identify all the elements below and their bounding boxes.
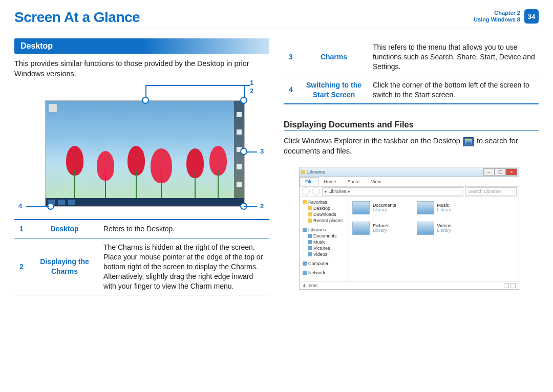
tab-home[interactable]: Home — [318, 177, 342, 186]
table-row: 4 Switching to the Start Screen Click th… — [284, 76, 539, 104]
chapter-line1: Chapter 2 — [474, 10, 520, 16]
side-desktop[interactable]: Desktop — [302, 205, 346, 211]
close-button[interactable]: × — [506, 168, 517, 176]
status-bar: 4 items — [300, 281, 519, 289]
callout-1-label: 1 — [250, 79, 253, 86]
def-num: 1 — [14, 220, 29, 238]
settings-charm-icon — [237, 182, 242, 187]
def-num: 3 — [284, 38, 298, 76]
taskbar — [46, 198, 244, 206]
chapter-line2: Using Windows 8 — [474, 16, 520, 23]
search-input[interactable]: Search Libraries — [465, 187, 517, 195]
side-network[interactable]: Network — [302, 270, 346, 276]
folder-icon — [308, 219, 312, 223]
side-pictures[interactable]: Pictures — [302, 245, 346, 251]
library-videos[interactable]: VideosLibrary — [417, 222, 452, 235]
network-icon — [303, 271, 307, 275]
explorer-titlebar: Libraries – ▢ × — [300, 167, 519, 177]
documents-icon — [352, 201, 370, 214]
callout-3-label: 3 — [260, 147, 264, 155]
share-charm-icon — [237, 129, 242, 135]
search-charm-icon — [237, 112, 242, 117]
pictures-icon — [352, 222, 370, 235]
table-row: 1 Desktop Refers to the Desktop. — [14, 220, 269, 238]
library-music[interactable]: MusicLibrary — [417, 201, 452, 214]
callout-4-label: 4 — [18, 202, 22, 210]
library-icon — [308, 246, 312, 250]
maximize-button[interactable]: ▢ — [495, 168, 506, 176]
files-heading: Displaying Documents and Files — [284, 120, 539, 129]
files-text: Click Windows Explorer in the taskbar on… — [284, 136, 539, 156]
nav-pane: Favorites Desktop Downloads Recent place… — [300, 197, 348, 281]
tab-file[interactable]: File — [300, 177, 318, 186]
folder-icon — [308, 212, 312, 216]
def-desc: This refers to the menu that allows you … — [370, 38, 539, 76]
folder-icon — [308, 206, 312, 210]
explorer-title: Libraries — [307, 169, 325, 175]
side-recent[interactable]: Recent places — [302, 217, 346, 224]
taskbar-icon — [68, 200, 75, 205]
view-large-icon[interactable] — [511, 283, 516, 288]
star-icon — [303, 200, 307, 204]
library-icon — [308, 240, 312, 244]
subheading-rule — [284, 130, 539, 131]
callout-2b-label: 2 — [260, 202, 264, 210]
computer-icon — [303, 262, 307, 266]
ribbon: File Home Share View — [300, 177, 519, 187]
recycle-bin-icon — [49, 104, 57, 112]
view-details-icon[interactable] — [504, 283, 509, 288]
def-label: Switching to the Start Screen — [298, 76, 370, 104]
files-text-before: Click Windows Explorer in the taskbar on… — [284, 137, 462, 145]
desktop-screenshot-wrap: 1 2 3 2 4 — [45, 100, 265, 207]
desktop-intro: This provides similar functions to those… — [14, 59, 269, 79]
def-desc: Refers to the Desktop. — [100, 220, 269, 238]
music-icon — [417, 201, 434, 214]
side-favorites[interactable]: Favorites — [302, 199, 346, 205]
side-libraries[interactable]: Libraries — [302, 227, 346, 233]
back-button[interactable] — [302, 187, 310, 195]
tab-view[interactable]: View — [366, 177, 387, 186]
table-row: 3 Charms This refers to the menu that al… — [284, 38, 539, 76]
page-number-badge: 34 — [524, 9, 539, 24]
table-row: 2 Displaying the Charms The Charms is hi… — [14, 238, 269, 295]
callout-2a-label: 2 — [250, 87, 253, 95]
definitions-table-right: 3 Charms This refers to the menu that al… — [284, 38, 539, 104]
side-computer[interactable]: Computer — [302, 260, 346, 267]
side-videos[interactable]: Videos — [302, 251, 346, 257]
library-icon — [308, 252, 312, 256]
status-text: 4 items — [303, 283, 317, 288]
def-num: 4 — [284, 76, 298, 104]
explorer-screenshot: Libraries – ▢ × File Home Share View — [299, 167, 519, 290]
def-desc: The Charms is hidden at the right of the… — [100, 238, 269, 295]
side-music[interactable]: Music — [302, 239, 346, 245]
explorer-icon — [463, 137, 474, 146]
definitions-table-left: 1 Desktop Refers to the Desktop. 2 Displ… — [14, 219, 269, 295]
page-title: Screen At a Glance — [14, 9, 140, 26]
nav-bar: ▸ Libraries ▸ Search Libraries — [300, 187, 519, 198]
def-label: Charms — [298, 38, 370, 76]
taskbar-icon — [58, 200, 65, 205]
library-documents[interactable]: DocumentsLibrary — [352, 201, 396, 214]
def-label: Desktop — [29, 220, 100, 238]
header-rule — [14, 29, 539, 29]
folder-icon — [301, 170, 305, 174]
tab-share[interactable]: Share — [342, 177, 366, 186]
desktop-banner: Desktop — [14, 38, 269, 54]
address-bar[interactable]: ▸ Libraries ▸ — [322, 187, 463, 195]
side-documents[interactable]: Documents — [302, 233, 346, 239]
forward-button[interactable] — [312, 187, 320, 195]
library-icon — [303, 228, 307, 232]
library-icon — [308, 234, 312, 238]
videos-icon — [417, 222, 434, 235]
library-pictures[interactable]: PicturesLibrary — [352, 222, 396, 235]
devices-charm-icon — [237, 164, 242, 169]
def-desc: Click the corner of the bottom left of t… — [370, 76, 539, 104]
def-num: 2 — [14, 238, 29, 295]
chapter-text: Chapter 2 Using Windows 8 — [474, 10, 520, 23]
desktop-screenshot — [45, 100, 245, 207]
chapter-box: Chapter 2 Using Windows 8 34 — [474, 9, 539, 24]
minimize-button[interactable]: – — [483, 168, 495, 176]
content-pane: DocumentsLibrary PicturesLibrary MusicLi… — [348, 197, 519, 281]
def-label: Displaying the Charms — [29, 238, 100, 295]
side-downloads[interactable]: Downloads — [302, 211, 346, 217]
